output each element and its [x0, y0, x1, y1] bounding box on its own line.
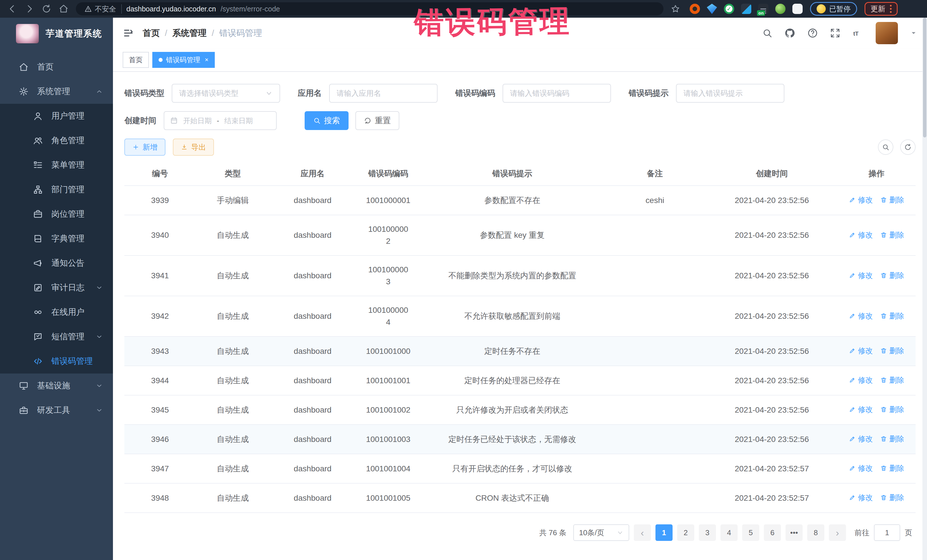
fullscreen-icon[interactable] — [830, 28, 840, 38]
create-time-range-picker[interactable]: 开始日期 - 结束日期 — [164, 111, 277, 130]
address-bar[interactable]: 不安全 dashboard.yudao.iocoder.cn/system/er… — [76, 2, 663, 15]
forward-icon[interactable] — [24, 4, 34, 14]
reset-button[interactable]: 重置 — [356, 111, 399, 130]
extension-icon-leaf[interactable] — [775, 4, 786, 14]
add-button[interactable]: 新增 — [125, 138, 166, 156]
page-button-1[interactable]: 1 — [655, 524, 673, 541]
error-type-select[interactable]: 请选择错误码类型 — [172, 84, 280, 103]
edit-link[interactable]: 修改 — [849, 269, 873, 281]
sidebar-item-角色管理[interactable]: 角色管理 — [0, 128, 113, 153]
extension-icon-green-check[interactable]: ✓ — [724, 4, 734, 14]
edit-link[interactable]: 修改 — [849, 433, 873, 445]
sidebar-item-首页[interactable]: 首页 — [0, 55, 113, 79]
edit-link[interactable]: 修改 — [849, 404, 873, 416]
extension-icon-puzzle[interactable] — [792, 4, 802, 14]
app-logo-row[interactable]: 芋道管理系统 — [0, 18, 113, 50]
sidebar-item-审计日志[interactable]: 审计日志 — [0, 275, 113, 300]
delete-link[interactable]: 删除 — [880, 492, 904, 504]
sidebar-item-错误码管理[interactable]: 错误码管理 — [0, 349, 113, 373]
extension-icon-orange[interactable] — [690, 4, 700, 14]
chevron-down-icon[interactable] — [910, 29, 917, 37]
tab-error-code[interactable]: 错误码管理 × — [152, 52, 215, 68]
table-row[interactable]: 3943自动生成dashboard1001001000定时任务不存在2021-0… — [125, 337, 916, 366]
prev-page-button[interactable]: ‹ — [634, 524, 651, 541]
table-row[interactable]: 3947自动生成dashboard1001001004只有开启状态的任务，才可以… — [125, 454, 916, 484]
search-button[interactable]: 搜索 — [305, 111, 348, 130]
sidebar-item-通知公告[interactable]: 通知公告 — [0, 251, 113, 275]
extension-icon-grid[interactable] — [741, 4, 751, 14]
font-size-icon[interactable]: tT — [852, 28, 864, 38]
scrollbar-thumb[interactable] — [923, 18, 926, 137]
header-search-icon[interactable] — [762, 28, 772, 38]
security-status[interactable]: 不安全 — [84, 4, 122, 14]
page-size-select[interactable]: 10条/页 — [573, 524, 629, 541]
breadcrumb-system[interactable]: 系统管理 — [172, 27, 207, 39]
delete-link[interactable]: 删除 — [880, 194, 904, 206]
delete-link[interactable]: 删除 — [880, 404, 904, 416]
page-button-5[interactable]: 5 — [742, 524, 759, 541]
sidebar-item-字典管理[interactable]: 字典管理 — [0, 226, 113, 251]
table-row[interactable]: 3939手动编辑dashboard1001000001参数配置不存在ceshi2… — [125, 186, 916, 215]
goto-page-input[interactable] — [874, 524, 900, 541]
sidebar-item-研发工具[interactable]: 研发工具 — [0, 398, 113, 423]
page-button-6[interactable]: 6 — [764, 524, 781, 541]
error-msg-input[interactable] — [684, 89, 777, 98]
github-icon[interactable] — [784, 28, 795, 38]
app-name-input[interactable] — [337, 89, 430, 98]
error-code-input[interactable] — [510, 89, 603, 98]
page-button-4[interactable]: 4 — [720, 524, 738, 541]
bookmark-star-icon[interactable] — [671, 4, 680, 14]
paused-extension-pill[interactable]: 已暂停 — [810, 2, 857, 16]
home-nav-icon[interactable] — [59, 4, 68, 14]
edit-link[interactable]: 修改 — [849, 492, 873, 504]
sidebar-item-部门管理[interactable]: 部门管理 — [0, 178, 113, 202]
table-row[interactable]: 3944自动生成dashboard1001001001定时任务的处理器已经存在2… — [125, 366, 916, 396]
delete-link[interactable]: 删除 — [880, 310, 904, 322]
delete-link[interactable]: 删除 — [880, 269, 904, 281]
page-button-3[interactable]: 3 — [699, 524, 716, 541]
table-row[interactable]: 3945自动生成dashboard1001001002只允许修改为开启或者关闭状… — [125, 396, 916, 425]
sidebar-item-短信管理[interactable]: 短信管理 — [0, 325, 113, 349]
breadcrumb-home[interactable]: 首页 — [143, 27, 160, 39]
table-row[interactable]: 3940自动生成dashboard1001000002参数配置 key 重复20… — [125, 215, 916, 256]
export-button[interactable]: 导出 — [173, 138, 214, 156]
sidebar-item-用户管理[interactable]: 用户管理 — [0, 104, 113, 128]
reload-icon[interactable] — [42, 4, 51, 14]
edit-link[interactable]: 修改 — [849, 310, 873, 322]
page-button-2[interactable]: 2 — [677, 524, 694, 541]
browser-menu-icon[interactable] — [890, 5, 892, 13]
page-scrollbar[interactable] — [922, 18, 927, 560]
sidebar-item-在线用户[interactable]: 在线用户 — [0, 300, 113, 325]
next-page-button[interactable]: › — [829, 524, 846, 541]
edit-link[interactable]: 修改 — [849, 345, 873, 357]
tab-home[interactable]: 首页 — [123, 52, 149, 68]
sidebar-item-岗位管理[interactable]: 岗位管理 — [0, 202, 113, 226]
page-button-8[interactable]: 8 — [807, 524, 824, 541]
delete-link[interactable]: 删除 — [880, 374, 904, 386]
delete-link[interactable]: 删除 — [880, 462, 904, 474]
tab-close-icon[interactable]: × — [205, 56, 208, 64]
show-search-toggle-button[interactable] — [878, 140, 894, 155]
extension-icon-gem[interactable] — [707, 4, 717, 14]
sidebar-item-基础设施[interactable]: 基础设施 — [0, 373, 113, 398]
edit-link[interactable]: 修改 — [849, 462, 873, 474]
refresh-table-button[interactable] — [900, 140, 916, 155]
more-pages-button[interactable]: ••• — [786, 524, 802, 541]
table-row[interactable]: 3941自动生成dashboard1001000003不能删除类型为系统内置的参… — [125, 256, 916, 296]
hamburger-icon[interactable] — [123, 27, 134, 39]
edit-link[interactable]: 修改 — [849, 374, 873, 386]
browser-update-button[interactable]: 更新 — [865, 2, 898, 16]
delete-link[interactable]: 删除 — [880, 345, 904, 357]
sidebar-item-系统管理[interactable]: 系统管理 — [0, 79, 113, 104]
table-row[interactable]: 3942自动生成dashboard1001000004不允许获取敏感配置到前端2… — [125, 296, 916, 337]
sidebar-item-菜单管理[interactable]: 菜单管理 — [0, 153, 113, 178]
back-icon[interactable] — [8, 4, 17, 14]
avatar[interactable] — [876, 22, 898, 44]
help-icon[interactable] — [807, 28, 818, 38]
edit-link[interactable]: 修改 — [849, 229, 873, 241]
delete-link[interactable]: 删除 — [880, 433, 904, 445]
delete-link[interactable]: 删除 — [880, 229, 904, 241]
table-row[interactable]: 3946自动生成dashboard1001001003定时任务已经处于该状态，无… — [125, 425, 916, 454]
edit-link[interactable]: 修改 — [849, 194, 873, 206]
extension-icon-list[interactable]: on — [758, 4, 768, 14]
